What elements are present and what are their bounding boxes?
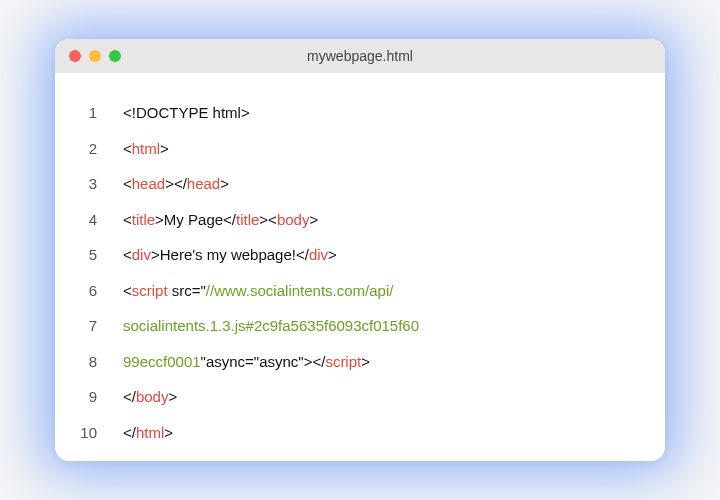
- code-line[interactable]: </html>: [123, 415, 419, 451]
- code-line[interactable]: <title>My Page</title><body>: [123, 202, 419, 238]
- code-line[interactable]: 99eccf0001"async="async"></script>: [123, 344, 419, 380]
- text-token: ><: [259, 211, 277, 228]
- string-token: //www.socialintents.com/api/: [206, 282, 394, 299]
- code-line[interactable]: </body>: [123, 379, 419, 415]
- traffic-lights: [69, 50, 121, 62]
- line-number: 3: [89, 166, 97, 202]
- close-icon[interactable]: [69, 50, 81, 62]
- maximize-icon[interactable]: [109, 50, 121, 62]
- text-token: </: [123, 388, 136, 405]
- tag-token: script: [132, 282, 168, 299]
- window-title: mywebpage.html: [55, 48, 665, 64]
- line-number: 5: [89, 237, 97, 273]
- text-token: >: [160, 140, 169, 157]
- text-token: <: [123, 246, 132, 263]
- tag-token: body: [277, 211, 310, 228]
- text-token: <: [123, 211, 132, 228]
- text-token: >My Page</: [155, 211, 236, 228]
- titlebar: mywebpage.html: [55, 39, 665, 73]
- line-number: 9: [89, 379, 97, 415]
- tag-token: body: [136, 388, 169, 405]
- text-token: >Here's my webpage!</: [151, 246, 309, 263]
- line-number: 1: [89, 95, 97, 131]
- line-number: 7: [89, 308, 97, 344]
- code-line[interactable]: socialintents.1.3.js#2c9fa5635f6093cf015…: [123, 308, 419, 344]
- text-token: <: [123, 175, 132, 192]
- tag-token: div: [309, 246, 328, 263]
- line-number: 4: [89, 202, 97, 238]
- tag-token: title: [132, 211, 155, 228]
- editor-window: mywebpage.html 12345678910 <!DOCTYPE htm…: [55, 39, 665, 461]
- line-number: 2: [89, 131, 97, 167]
- text-token: >: [220, 175, 229, 192]
- tag-token: html: [136, 424, 164, 441]
- tag-token: head: [187, 175, 220, 192]
- text-token: >: [328, 246, 337, 263]
- tag-token: head: [132, 175, 165, 192]
- text-token: <: [123, 282, 132, 299]
- text-token: src=": [168, 282, 206, 299]
- text-token: "async="async"></: [201, 353, 326, 370]
- text-token: <: [123, 140, 132, 157]
- text-token: </: [123, 424, 136, 441]
- text-token: >: [164, 424, 173, 441]
- code-content[interactable]: <!DOCTYPE html><html><head></head><title…: [123, 95, 419, 451]
- code-line[interactable]: <head></head>: [123, 166, 419, 202]
- line-number: 10: [80, 415, 97, 451]
- code-area: 12345678910 <!DOCTYPE html><html><head><…: [55, 73, 665, 461]
- string-token: 99eccf0001: [123, 353, 201, 370]
- code-line[interactable]: <!DOCTYPE html>: [123, 95, 419, 131]
- line-number-gutter: 12345678910: [73, 95, 97, 451]
- tag-token: html: [132, 140, 160, 157]
- line-number: 8: [89, 344, 97, 380]
- tag-token: title: [236, 211, 259, 228]
- tag-token: script: [325, 353, 361, 370]
- minimize-icon[interactable]: [89, 50, 101, 62]
- string-token: socialintents.1.3.js#2c9fa5635f6093cf015…: [123, 317, 419, 334]
- line-number: 6: [89, 273, 97, 309]
- code-line[interactable]: <div>Here's my webpage!</div>: [123, 237, 419, 273]
- code-line[interactable]: <script src="//www.socialintents.com/api…: [123, 273, 419, 309]
- text-token: >: [309, 211, 318, 228]
- text-token: ></: [165, 175, 187, 192]
- code-line[interactable]: <html>: [123, 131, 419, 167]
- text-token: >: [361, 353, 370, 370]
- text-token: >: [168, 388, 177, 405]
- tag-token: div: [132, 246, 151, 263]
- text-token: <!DOCTYPE html>: [123, 104, 250, 121]
